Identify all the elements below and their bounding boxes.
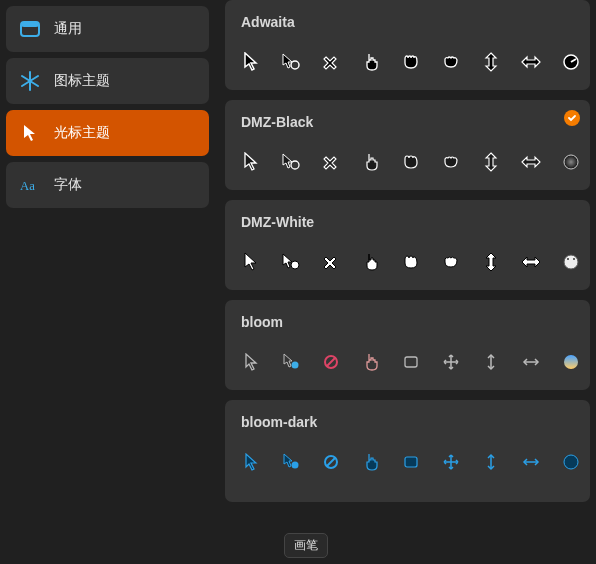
sidebar-item-font[interactable]: Aa 字体 — [6, 162, 209, 208]
svg-point-19 — [292, 462, 299, 469]
ns-resize-cursor-icon — [481, 152, 501, 172]
sidebar-item-icon-theme[interactable]: 图标主题 — [6, 58, 209, 104]
sidebar-item-label: 光标主题 — [54, 124, 110, 142]
not-allowed-cursor-icon — [321, 152, 341, 172]
sidebar-item-general[interactable]: 通用 — [6, 6, 209, 52]
default-cursor-icon — [241, 152, 261, 172]
theme-title: DMZ-White — [241, 214, 574, 230]
svg-point-11 — [564, 255, 578, 269]
svg-point-8 — [291, 161, 299, 169]
svg-point-9 — [564, 155, 578, 169]
svg-rect-1 — [21, 22, 39, 27]
theme-card-bloom[interactable]: bloom — [225, 300, 590, 390]
not-allowed-cursor-icon — [321, 352, 341, 372]
theme-card-dmz-black[interactable]: DMZ-Black — [225, 100, 590, 190]
svg-point-14 — [292, 362, 299, 369]
svg-point-13 — [573, 258, 575, 260]
cursor-preview-row — [241, 352, 574, 372]
svg-point-10 — [291, 261, 299, 269]
grab-cursor-icon — [401, 152, 421, 172]
pointer-cursor-icon — [361, 452, 381, 472]
pointer-cursor-icon — [361, 152, 381, 172]
context-menu-cursor-icon — [281, 152, 301, 172]
svg-rect-22 — [405, 457, 417, 467]
snowflake-icon — [20, 71, 40, 91]
font-icon: Aa — [20, 177, 40, 193]
theme-card-bloom-dark[interactable]: bloom-dark — [225, 400, 590, 502]
theme-title: DMZ-Black — [241, 114, 574, 130]
cursor-icon — [20, 123, 40, 143]
grabbing-cursor-icon — [441, 252, 461, 272]
svg-point-12 — [567, 258, 569, 260]
pointer-cursor-icon — [361, 352, 381, 372]
sidebar-item-label: 字体 — [54, 176, 82, 194]
grabbing-cursor-icon — [441, 152, 461, 172]
theme-title: bloom — [241, 314, 574, 330]
grab-cursor-icon — [401, 352, 421, 372]
grab-cursor-icon — [401, 52, 421, 72]
move-cursor-icon — [441, 452, 461, 472]
context-menu-cursor-icon — [281, 52, 301, 72]
sidebar: 通用 图标主题 光标主题 Aa 字体 — [0, 0, 215, 564]
context-menu-cursor-icon — [281, 352, 301, 372]
ns-resize-cursor-icon — [481, 52, 501, 72]
ns-resize-cursor-icon — [481, 452, 501, 472]
sidebar-item-cursor-theme[interactable]: 光标主题 — [6, 110, 209, 156]
theme-title: bloom-dark — [241, 414, 574, 430]
svg-point-23 — [564, 455, 578, 469]
selected-check-icon — [564, 110, 580, 126]
not-allowed-cursor-icon — [321, 252, 341, 272]
ew-resize-cursor-icon — [521, 452, 541, 472]
not-allowed-cursor-icon — [321, 452, 341, 472]
move-cursor-icon — [441, 352, 461, 372]
cursor-theme-list: Adwaita DMZ-Black — [215, 0, 596, 564]
ew-resize-cursor-icon — [521, 352, 541, 372]
default-cursor-icon — [241, 352, 261, 372]
default-cursor-icon — [241, 52, 261, 72]
wait-cursor-icon — [561, 252, 581, 272]
svg-text:Aa: Aa — [20, 179, 35, 193]
pointer-cursor-icon — [361, 52, 381, 72]
theme-card-adwaita[interactable]: Adwaita — [225, 0, 590, 90]
ns-resize-cursor-icon — [481, 352, 501, 372]
pointer-cursor-icon — [361, 252, 381, 272]
cursor-preview-row — [241, 452, 574, 472]
svg-point-18 — [564, 355, 578, 369]
cursor-preview-row — [241, 252, 574, 272]
wait-cursor-icon — [561, 152, 581, 172]
grabbing-cursor-icon — [441, 52, 461, 72]
wait-cursor-icon — [561, 52, 581, 72]
svg-line-16 — [327, 358, 335, 366]
svg-rect-17 — [405, 357, 417, 367]
svg-point-6 — [291, 61, 299, 69]
svg-line-21 — [327, 458, 335, 466]
context-menu-cursor-icon — [281, 252, 301, 272]
wait-cursor-icon — [561, 452, 581, 472]
ew-resize-cursor-icon — [521, 52, 541, 72]
grab-cursor-icon — [401, 452, 421, 472]
default-cursor-icon — [241, 452, 261, 472]
sidebar-item-label: 通用 — [54, 20, 82, 38]
ns-resize-cursor-icon — [481, 252, 501, 272]
grab-cursor-icon — [401, 252, 421, 272]
cursor-preview-row — [241, 152, 574, 172]
wait-cursor-icon — [561, 352, 581, 372]
not-allowed-cursor-icon — [321, 52, 341, 72]
theme-card-dmz-white[interactable]: DMZ-White — [225, 200, 590, 290]
context-menu-cursor-icon — [281, 452, 301, 472]
cursor-preview-row — [241, 52, 574, 72]
sidebar-item-label: 图标主题 — [54, 72, 110, 90]
theme-title: Adwaita — [241, 14, 574, 30]
default-cursor-icon — [241, 252, 261, 272]
ew-resize-cursor-icon — [521, 152, 541, 172]
ew-resize-cursor-icon — [521, 252, 541, 272]
window-icon — [20, 21, 40, 37]
